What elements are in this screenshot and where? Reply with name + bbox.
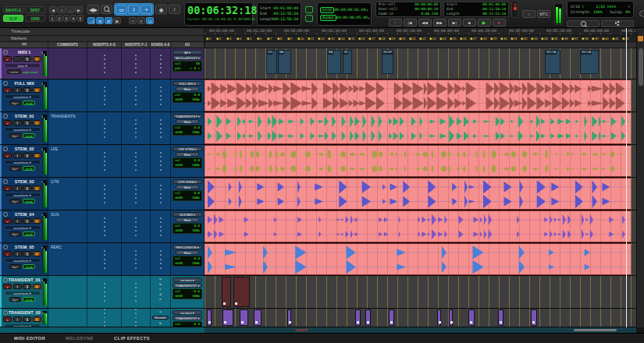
inserts-fj-cell[interactable] bbox=[122, 145, 151, 177]
automation-mode-button[interactable]: read bbox=[23, 232, 36, 237]
send-slot-dot[interactable] bbox=[160, 250, 162, 252]
insert-slot-dot[interactable] bbox=[104, 136, 105, 138]
input-path-selector[interactable]: no input ▾ bbox=[173, 310, 202, 315]
shuffle-mode-button[interactable]: SHUFFLE bbox=[3, 6, 23, 13]
grid-note-value[interactable]: 1/16 note bbox=[596, 5, 616, 9]
inserts-fj-cell[interactable] bbox=[122, 276, 151, 308]
transient-clip[interactable] bbox=[531, 309, 537, 326]
track-lane[interactable] bbox=[205, 112, 644, 144]
column-header-io[interactable]: I/O bbox=[171, 42, 205, 48]
pre-post-roll-panel[interactable]: Pre-roll00:00:00:00 Post-roll00:00:00:10… bbox=[375, 2, 441, 17]
insert-slot-dot[interactable] bbox=[135, 283, 137, 285]
layered-edit-button[interactable]: ≡ bbox=[137, 17, 145, 24]
track-freeze-icon[interactable] bbox=[3, 81, 8, 86]
trim-smart-button[interactable]: ▭ bbox=[116, 5, 127, 14]
volume-display[interactable]: vol0.0◄100100► bbox=[173, 223, 202, 234]
solo-button[interactable]: S bbox=[23, 56, 31, 62]
insert-slot-dot[interactable] bbox=[104, 185, 105, 186]
selector-tool-button[interactable]: I bbox=[128, 5, 140, 14]
send-slot-letter[interactable]: a bbox=[159, 278, 161, 281]
marker[interactable]: ◆37 bbox=[571, 36, 578, 41]
inserts-ae-cell[interactable] bbox=[87, 276, 122, 308]
input-monitor-button[interactable]: I bbox=[13, 120, 22, 126]
send-slot-dot[interactable] bbox=[160, 58, 162, 60]
sends-ae-cell[interactable] bbox=[151, 145, 171, 177]
insert-slot-dot[interactable] bbox=[135, 164, 137, 166]
track-view-selector[interactable]: waveform ▾ bbox=[5, 127, 41, 133]
send-slot-dot[interactable] bbox=[160, 217, 162, 219]
track-name[interactable]: MIDI 1 bbox=[9, 50, 41, 55]
transient-clip[interactable] bbox=[355, 309, 361, 326]
insert-slot-dot[interactable] bbox=[104, 292, 105, 293]
timecode-ruler-label[interactable]: Timecode bbox=[0, 28, 205, 35]
volume-display[interactable]: vol-0.6◄100100► bbox=[173, 288, 202, 299]
insert-slot-dot[interactable] bbox=[104, 189, 105, 190]
record-enable-button[interactable]: ● bbox=[3, 153, 12, 158]
inserts-ae-cell[interactable] bbox=[87, 243, 122, 275]
midi-clip[interactable]: INCEF bbox=[382, 50, 393, 74]
insert-slot-dot[interactable] bbox=[135, 292, 137, 293]
track-lane[interactable] bbox=[205, 80, 644, 111]
main-counter[interactable]: 00:06:32:18▾ Cursor 00:05:14:09.42 0.407… bbox=[184, 2, 253, 26]
marker[interactable]: ◆22 bbox=[419, 36, 425, 41]
automation-mode-button[interactable]: read bbox=[23, 166, 36, 172]
insert-slot-dot[interactable] bbox=[135, 259, 137, 260]
insert-slot-dot[interactable] bbox=[104, 95, 105, 97]
return-to-zero-button[interactable]: |◀ bbox=[404, 19, 417, 27]
output-path-selector[interactable]: TRANSIENTST ▾ bbox=[173, 283, 202, 288]
column-header-inserts-ae[interactable]: INSERTS A-E bbox=[87, 42, 122, 48]
link-track-edit-button[interactable]: ⇄ bbox=[105, 17, 112, 24]
marker[interactable]: ◆27 bbox=[470, 36, 476, 41]
volume-display[interactable]: vol0.0◄100100► bbox=[173, 190, 202, 201]
transient-clip[interactable] bbox=[498, 309, 503, 326]
marker[interactable]: ◆25 bbox=[450, 36, 456, 41]
send-slot-dot[interactable] bbox=[160, 161, 162, 162]
marker[interactable]: ◆3 bbox=[226, 36, 231, 41]
send-slot-dot[interactable] bbox=[160, 99, 162, 101]
output-path-selector[interactable]: TRANSIENTST ▾ bbox=[173, 114, 202, 118]
timecode-ruler-lane[interactable]: 00:01:00:0000:01:30:0000:02:00:0000:02:3… bbox=[205, 28, 644, 35]
dyn-button[interactable]: dyn bbox=[9, 297, 21, 302]
insert-slot-dot[interactable] bbox=[104, 156, 105, 157]
marker[interactable]: ◆31 bbox=[511, 36, 517, 41]
track-name[interactable]: TRANSIENT_01 bbox=[9, 278, 41, 282]
record-enable-button[interactable]: ● bbox=[3, 56, 12, 62]
marker[interactable]: ◆35 bbox=[551, 36, 557, 41]
marker[interactable]: ◆8 bbox=[277, 36, 282, 41]
insert-slot-dot[interactable] bbox=[104, 164, 105, 166]
comments-cell[interactable]: SUS bbox=[48, 210, 87, 242]
automation-mode-button[interactable]: read bbox=[23, 264, 36, 270]
track-name[interactable]: STEM_05 bbox=[9, 245, 41, 249]
insert-slot-dot[interactable] bbox=[104, 287, 105, 288]
mute-button[interactable]: M bbox=[33, 284, 41, 289]
insert-slot-dot[interactable] bbox=[135, 325, 137, 327]
transient-clip[interactable] bbox=[468, 309, 475, 326]
output-bus-selector[interactable]: Main bbox=[176, 217, 199, 222]
grid-value[interactable]: 00:00:00:01.00 bbox=[334, 8, 365, 12]
add-marker-button[interactable] bbox=[638, 36, 643, 41]
input-monitor-button[interactable]: I bbox=[13, 251, 22, 256]
insert-slot-dot[interactable] bbox=[104, 254, 105, 256]
insert-slot-dot[interactable] bbox=[135, 202, 137, 203]
solo-button[interactable]: S bbox=[23, 87, 31, 93]
send-slot-letter[interactable]: a bbox=[159, 310, 161, 313]
comments-cell[interactable]: PERC bbox=[48, 243, 87, 275]
marker[interactable]: ◆10 bbox=[297, 36, 304, 41]
track-lane[interactable] bbox=[205, 178, 644, 210]
track-freeze-icon[interactable] bbox=[3, 50, 8, 55]
marker[interactable]: ◆11 bbox=[308, 36, 314, 41]
transient-clip[interactable] bbox=[389, 309, 394, 326]
track-freeze-icon[interactable] bbox=[3, 212, 8, 217]
insert-slot-dot[interactable] bbox=[135, 87, 137, 88]
audio-clip[interactable] bbox=[205, 145, 631, 177]
send-slot-dot[interactable] bbox=[160, 230, 162, 232]
record-enable-button[interactable]: ● bbox=[3, 87, 12, 93]
input-monitor-button[interactable]: I bbox=[13, 87, 22, 93]
mute-button[interactable]: M bbox=[33, 218, 41, 224]
insert-slot-dot[interactable] bbox=[104, 197, 105, 199]
marker[interactable]: ◆38 bbox=[582, 36, 588, 41]
sends-ae-cell[interactable] bbox=[151, 112, 171, 144]
dyn-button[interactable]: dyn bbox=[9, 232, 21, 237]
comments-cell[interactable] bbox=[48, 309, 87, 327]
insert-slot-dot[interactable] bbox=[104, 72, 105, 73]
